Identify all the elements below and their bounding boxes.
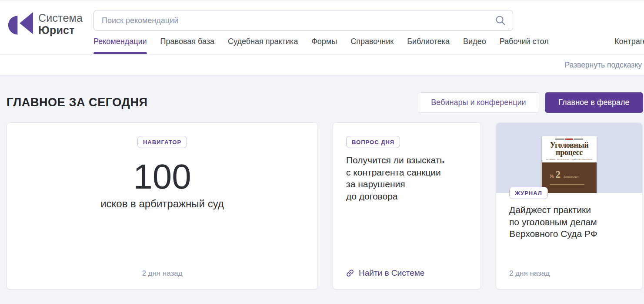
main-nav: Рекомендации Правовая база Судебная прак… [93,37,549,55]
search-icon[interactable] [495,15,506,26]
nav-item-legal-base[interactable]: Правовая база [160,37,214,54]
search-bar [93,10,513,31]
main-content: ГЛАВНОЕ ЗА СЕГОДНЯ Вебинары и конференци… [0,75,644,304]
magazine-publisher-line [555,138,583,140]
magazine-footer-line [550,184,584,185]
logo-mark-icon [7,10,33,38]
card-question-of-day[interactable]: ВОПРОС ДНЯ Получится ли взыскать с контр… [333,122,481,290]
brand-line1: Система [38,12,83,24]
magazine-issue-block: № 2 февраля 2024 [542,162,597,193]
navigator-badge: НАВИГАТОР [137,136,187,148]
section-header: ГЛАВНОЕ ЗА СЕГОДНЯ Вебинары и конференци… [7,92,644,113]
magazine-tagline: ПРАКТИКА УГОЛОВНОЙ ЗАЩИТЫ И ОБВИНЕНИЯ [542,159,597,161]
nav-item-counterparties[interactable]: Контрагенты [614,37,644,46]
nav-item-court-practice[interactable]: Судебная практика [228,37,298,54]
page-title: ГЛАВНОЕ ЗА СЕГОДНЯ [7,96,148,109]
journal-cover-area: Уголовный процесс ПРАКТИКА УГОЛОВНОЙ ЗАЩ… [496,123,642,193]
magazine-issue-date: февраля 2024 [564,176,578,178]
card-navigator[interactable]: НАВИГАТОР 100 исков в арбитражный суд 2 … [7,122,318,290]
brand-line2: Юрист [38,24,83,36]
monthly-highlights-button[interactable]: Главное в феврале [545,92,643,113]
find-in-system-link[interactable]: Найти в Системе [345,268,424,278]
nav-item-video[interactable]: Видео [463,37,486,54]
journal-badge: ЖУРНАЛ [509,187,548,199]
webinars-button[interactable]: Вебинары и конференции [418,92,539,113]
find-link-label: Найти в Системе [359,268,424,278]
chain-link-icon [345,268,355,278]
nav-item-reference[interactable]: Справочник [350,37,394,54]
magazine-title: Уголовный процесс [542,142,597,156]
brand-name: Система Юрист [38,12,83,36]
magazine-cover: Уголовный процесс ПРАКТИКА УГОЛОВНОЙ ЗАЩ… [542,136,597,193]
search-input[interactable] [93,10,513,31]
nav-item-forms[interactable]: Формы [311,37,337,54]
question-text: Получится ли взыскать с контрагента санк… [346,154,470,203]
hint-strip: Развернуть подсказку [0,55,644,75]
navigator-number: 100 [133,159,191,194]
app-header: Система Юрист Рекомендации Правовая база… [0,0,644,55]
nav-item-desktop[interactable]: Рабочий стол [500,37,549,54]
navigator-caption: исков в арбитражный суд [100,198,224,210]
question-badge: ВОПРОС ДНЯ [346,136,400,148]
magazine-issue-number: 2 [555,169,561,180]
nav-item-recommendations[interactable]: Рекомендации [93,37,147,54]
journal-digest-title: Дайджест практики по уголовным делам Вер… [509,204,634,240]
journal-timestamp: 2 дня назад [509,269,550,278]
navigator-timestamp: 2 дня назад [7,269,317,278]
nav-item-library[interactable]: Библиотека [407,37,450,54]
expand-hint-link[interactable]: Развернуть подсказку [564,61,642,70]
card-journal-digest[interactable]: Уголовный процесс ПРАКТИКА УГОЛОВНОЙ ЗАЩ… [496,122,643,290]
app-logo[interactable]: Система Юрист [7,10,83,38]
